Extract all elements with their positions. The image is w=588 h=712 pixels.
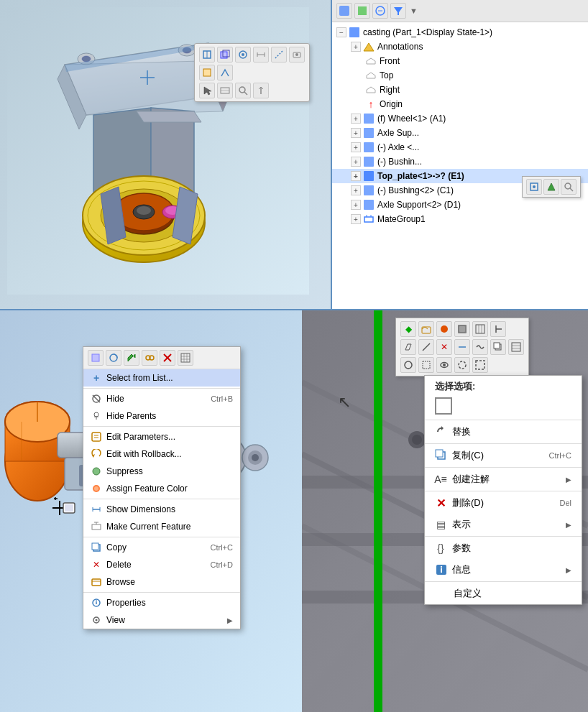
ctx-cn-info[interactable]: 信息 ▶ [425, 559, 582, 581]
tb-btn-assembly[interactable] [235, 47, 251, 63]
tree-tb-dim[interactable] [372, 3, 388, 19]
tree-sec-part2[interactable] [543, 179, 559, 195]
ctx-item-edit-rollback[interactable]: Edit with Rollback... [83, 445, 240, 463]
ctx-item-edit-params[interactable]: Edit Parameters... [83, 428, 240, 445]
tree-bushing2-expander[interactable]: + [351, 185, 361, 195]
model-viewport-top[interactable] [0, 0, 331, 309]
ctx-cn-delete[interactable]: ✕ 删除(D) Del [425, 492, 582, 514]
view-tb-material[interactable] [454, 321, 470, 337]
tb-btn-part[interactable] [217, 47, 233, 63]
ctx-item-show-dims[interactable]: Show Dimensions [83, 501, 240, 518]
tree-annotations-icon [363, 41, 375, 52]
ctx-cn-delete-shortcut: Del [559, 499, 571, 507]
tree-sec-move[interactable] [526, 179, 542, 195]
view-tb-rect-select[interactable] [418, 357, 434, 373]
ctx-item-delete[interactable]: ✕ Delete Ctrl+D [83, 556, 240, 573]
tree-axlesup-icon [363, 127, 375, 139]
ctx-item-color[interactable]: Assign Feature Color [83, 480, 240, 497]
svg-rect-169 [423, 361, 430, 369]
tree-axlesup-expander[interactable]: + [351, 128, 361, 138]
view-tb-open[interactable] [418, 321, 434, 337]
ctx-tb-scale[interactable] [124, 350, 139, 366]
view-tb-eye[interactable] [436, 357, 452, 373]
svg-rect-68 [364, 185, 374, 195]
tree-item-wheel[interactable]: + (f) Wheel<1> (A1) [332, 111, 588, 126]
tree-axlesup2-expander[interactable]: + [351, 200, 361, 210]
ctx-item-properties[interactable]: Properties [83, 594, 240, 611]
ctx-item-copy[interactable]: Copy Ctrl+C [83, 539, 240, 556]
tree-item-origin[interactable]: ↑ Origin [332, 97, 588, 111]
tree-item-annotations[interactable]: + Annotations [332, 40, 588, 54]
tb-btn-normal[interactable] [253, 83, 269, 98]
tb-btn-edit[interactable] [199, 65, 215, 80]
tree-tb-filter[interactable] [390, 3, 406, 19]
tree-annotations-expander[interactable]: + [351, 42, 361, 52]
tree-item-mategroup[interactable]: + MateGroup1 [332, 212, 588, 226]
tree-mategroup-expander[interactable]: + [351, 214, 361, 224]
view-tb-grid3[interactable] [472, 321, 488, 337]
tb-btn-zoom[interactable] [235, 83, 251, 98]
tb-btn-feature[interactable] [199, 47, 215, 63]
ctx-item-hide-parents[interactable]: Hide Parents [83, 407, 240, 425]
ctx-cn-annotation[interactable]: A≡ 创建注解 ▶ [425, 468, 582, 490]
view-tb-diamond[interactable]: ◆ [400, 321, 416, 337]
view-tb-wave[interactable] [472, 339, 488, 355]
ctx-tb-align[interactable] [142, 350, 157, 366]
ctx-item-suppress[interactable]: Suppress [83, 463, 240, 480]
tree-item-axle-sup[interactable]: + Axle Sup... [332, 126, 588, 140]
view-area-bottom[interactable]: ↖ ◆ [302, 310, 588, 712]
tree-axle-expander[interactable]: + [351, 142, 361, 152]
ctx-hide-parents-label: Hide Parents [106, 411, 156, 421]
ctx-cn-custom[interactable]: 自定义 [425, 583, 582, 604]
tb-btn-cam[interactable] [289, 47, 305, 63]
view-tb-lasso[interactable] [400, 357, 416, 373]
tree-item-axle[interactable]: + (-) Axle <... [332, 140, 588, 154]
tb-btn-dim[interactable] [253, 47, 269, 63]
ctx-cn-params[interactable]: {} 参数 [425, 537, 582, 559]
tree-wheel-expander[interactable]: + [351, 114, 361, 124]
model-viewport-bottom[interactable]: + Select from List... Hide Ctrl+B Hide P… [0, 310, 302, 712]
view-tb-xmark[interactable]: ✕ [436, 339, 452, 355]
view-tb-rect-sel2[interactable] [472, 357, 488, 373]
ctx-tb-grid[interactable] [178, 350, 193, 366]
ctx-tb-move[interactable] [88, 350, 104, 366]
tree-tb-part[interactable] [354, 3, 370, 19]
view-tb-circle-sel[interactable] [454, 357, 470, 373]
view-tb-color[interactable] [436, 321, 452, 337]
ctx-item-current[interactable]: Make Current Feature [83, 518, 240, 535]
tree-root-item[interactable]: − casting (Part_1<Display State-1>) [332, 25, 588, 40]
tree-sec-zoom[interactable] [561, 179, 576, 195]
ctx-tb-rotate[interactable] [106, 350, 121, 366]
tb-btn-select[interactable] [199, 83, 215, 98]
view-tb-pointer-btn[interactable] [490, 321, 506, 337]
tree-toolbar: ▼ [332, 0, 588, 22]
ctx-item-browse[interactable]: Browse [83, 573, 240, 591]
tree-item-bushing1[interactable]: + (-) Bushin... [332, 154, 588, 169]
view-tb-line[interactable] [418, 339, 434, 355]
toolbar-row-1 [199, 47, 305, 63]
view-tb-dimension[interactable] [454, 339, 470, 355]
view-tb-parallelogram[interactable] [400, 339, 416, 355]
view-tb-grid4[interactable] [508, 339, 524, 355]
green-bar [374, 310, 382, 712]
tb-btn-sketch2[interactable] [217, 83, 233, 98]
svg-rect-173 [476, 361, 484, 369]
tree-tb-assembly[interactable] [336, 3, 352, 19]
tree-item-front[interactable]: Front [332, 54, 588, 68]
tree-item-right[interactable]: Right [332, 83, 588, 97]
tree-item-top[interactable]: Top [332, 68, 588, 83]
ctx-item-view[interactable]: View ▶ [83, 611, 240, 629]
tree-topplate-expander[interactable]: + [351, 171, 361, 181]
tb-btn-sketch[interactable] [217, 65, 233, 80]
ctx-tb-delete[interactable] [160, 350, 175, 366]
tree-item-axlesup2[interactable]: + Axle Support<2> (D1) [332, 198, 588, 212]
tree-root-expander[interactable]: − [336, 27, 346, 37]
ctx-cn-copy[interactable]: 复制(C) Ctrl+C [425, 445, 582, 466]
tree-bushing1-expander[interactable]: + [351, 157, 361, 167]
ctx-cn-replace[interactable]: 替换 [425, 421, 582, 443]
ctx-cn-display[interactable]: ▤ 表示 ▶ [425, 514, 582, 535]
ctx-item-hide[interactable]: Hide Ctrl+B [83, 390, 240, 407]
ctx-item-select-list[interactable]: + Select from List... [83, 369, 240, 387]
view-tb-copy2[interactable] [490, 339, 506, 355]
tb-btn-ref[interactable] [271, 47, 287, 63]
